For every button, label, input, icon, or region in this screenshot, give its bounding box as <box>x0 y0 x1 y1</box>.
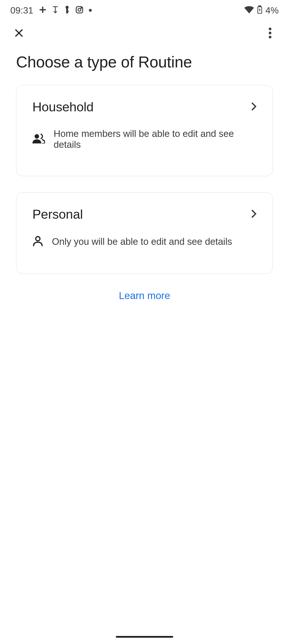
household-option-card[interactable]: Household Home members will be able to e… <box>16 85 273 176</box>
status-time: 09:31 <box>10 5 33 16</box>
svg-rect-6 <box>68 11 69 12</box>
card-header: Household <box>32 100 257 115</box>
key-icon <box>64 5 70 15</box>
card-header: Personal <box>32 207 257 222</box>
svg-rect-11 <box>259 6 261 7</box>
more-vertical-icon <box>268 28 272 39</box>
household-description: Home members will be able to edit and se… <box>54 128 257 150</box>
more-options-button[interactable] <box>261 25 279 42</box>
svg-point-14 <box>269 28 272 30</box>
household-title: Household <box>32 100 93 115</box>
page-title: Choose a type of Routine <box>0 46 289 85</box>
app-bar <box>0 21 289 46</box>
battery-percentage: 4% <box>265 5 279 16</box>
notification-dot-icon <box>89 9 92 12</box>
instagram-icon <box>75 5 84 15</box>
learn-more-link[interactable]: Learn more <box>0 290 289 301</box>
status-bar-right: 4% <box>244 5 279 16</box>
wifi-icon <box>244 6 254 15</box>
personal-title: Personal <box>32 207 83 222</box>
close-button[interactable] <box>10 25 28 42</box>
svg-point-18 <box>36 236 40 241</box>
home-indicator[interactable] <box>116 636 173 638</box>
svg-rect-1 <box>40 9 46 10</box>
status-bar: 09:31 4% <box>0 0 289 21</box>
svg-point-8 <box>78 8 81 11</box>
chevron-right-icon <box>251 209 257 220</box>
svg-point-17 <box>35 134 39 139</box>
svg-point-4 <box>66 6 69 9</box>
close-icon <box>13 28 24 39</box>
svg-point-16 <box>269 36 272 38</box>
chevron-right-icon <box>251 102 257 112</box>
slack-icon <box>39 6 46 15</box>
options-list: Household Home members will be able to e… <box>0 85 289 274</box>
status-bar-left: 09:31 <box>10 5 92 16</box>
battery-icon <box>257 5 263 15</box>
svg-rect-5 <box>66 9 68 13</box>
card-description-row: Home members will be able to edit and se… <box>32 128 257 150</box>
status-icons-left <box>39 5 92 15</box>
personal-description: Only you will be able to edit and see de… <box>52 236 232 247</box>
people-icon <box>32 134 45 145</box>
svg-point-15 <box>269 32 272 34</box>
network-icon <box>52 5 59 15</box>
svg-point-9 <box>81 7 82 8</box>
person-icon <box>32 236 43 248</box>
card-description-row: Only you will be able to edit and see de… <box>32 236 257 248</box>
personal-option-card[interactable]: Personal Only you will be able to edit a… <box>16 192 273 274</box>
